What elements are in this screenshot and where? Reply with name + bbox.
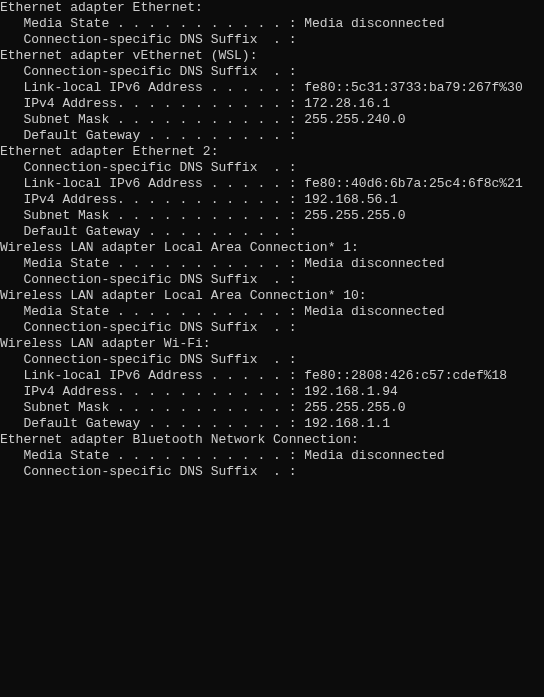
adapter-row: Connection-specific DNS Suffix . : <box>0 272 544 288</box>
adapter-row: Link-local IPv6 Address . . . . . : fe80… <box>0 176 544 192</box>
row-label: Media State . . . . . . . . . . . : <box>0 256 304 271</box>
row-label: Connection-specific DNS Suffix . : <box>0 32 296 47</box>
row-label: IPv4 Address. . . . . . . . . . . : <box>0 384 304 399</box>
adapter-row: Connection-specific DNS Suffix . : <box>0 320 544 336</box>
row-value: 255.255.240.0 <box>304 112 405 127</box>
adapter-header: Wireless LAN adapter Local Area Connecti… <box>0 240 544 256</box>
row-label: IPv4 Address. . . . . . . . . . . : <box>0 192 304 207</box>
row-value: 192.168.56.1 <box>304 192 398 207</box>
adapter-row: Connection-specific DNS Suffix . : <box>0 64 544 80</box>
row-value: 172.28.16.1 <box>304 96 390 111</box>
row-label: Connection-specific DNS Suffix . : <box>0 464 296 479</box>
adapter-row: Subnet Mask . . . . . . . . . . . : 255.… <box>0 208 544 224</box>
row-label: Connection-specific DNS Suffix . : <box>0 272 296 287</box>
adapter-row: Media State . . . . . . . . . . . : Medi… <box>0 16 544 32</box>
adapter-row: Media State . . . . . . . . . . . : Medi… <box>0 256 544 272</box>
adapter-row: Link-local IPv6 Address . . . . . : fe80… <box>0 368 544 384</box>
adapter-header: Ethernet adapter Ethernet 2: <box>0 144 544 160</box>
adapter-row: Connection-specific DNS Suffix . : <box>0 352 544 368</box>
row-label: Link-local IPv6 Address . . . . . : <box>0 176 304 191</box>
default-gateway-value: 192.168.1.1 <box>304 416 390 431</box>
terminal-output: Ethernet adapter Ethernet: Media State .… <box>0 0 544 480</box>
row-value: 255.255.255.0 <box>304 208 405 223</box>
adapter-header: Wireless LAN adapter Local Area Connecti… <box>0 288 544 304</box>
row-value: fe80::2808:426:c57:cdef%18 <box>304 368 507 383</box>
row-label: Subnet Mask . . . . . . . . . . . : <box>0 208 304 223</box>
adapter-row: IPv4 Address. . . . . . . . . . . : 192.… <box>0 192 544 208</box>
row-value: fe80::5c31:3733:ba79:267f%30 <box>304 80 522 95</box>
row-value: fe80::40d6:6b7a:25c4:6f8c%21 <box>304 176 522 191</box>
adapter-header: Wireless LAN adapter Wi-Fi: <box>0 336 544 352</box>
adapter-row: IPv4 Address. . . . . . . . . . . : 172.… <box>0 96 544 112</box>
row-label: Media State . . . . . . . . . . . : <box>0 448 304 463</box>
row-label: Default Gateway . . . . . . . . . : <box>0 224 296 239</box>
row-value: Media disconnected <box>304 256 444 271</box>
adapter-row: Connection-specific DNS Suffix . : <box>0 464 544 480</box>
row-label: Media State . . . . . . . . . . . : <box>0 16 304 31</box>
row-label: Default Gateway . . . . . . . . . : <box>0 128 296 143</box>
row-label: Subnet Mask . . . . . . . . . . . : <box>0 400 304 415</box>
adapter-row: Media State . . . . . . . . . . . : Medi… <box>0 448 544 464</box>
row-value: 255.255.255.0 <box>304 400 405 415</box>
row-label: Connection-specific DNS Suffix . : <box>0 160 296 175</box>
row-label: Connection-specific DNS Suffix . : <box>0 320 296 335</box>
adapter-row: Subnet Mask . . . . . . . . . . . : 255.… <box>0 400 544 416</box>
row-label: Link-local IPv6 Address . . . . . : <box>0 80 304 95</box>
row-label: Subnet Mask . . . . . . . . . . . : <box>0 112 304 127</box>
adapter-row: Connection-specific DNS Suffix . : <box>0 160 544 176</box>
row-value: Media disconnected <box>304 304 444 319</box>
adapter-header: Ethernet adapter Ethernet: <box>0 0 544 16</box>
row-value: 192.168.1.94 <box>304 384 398 399</box>
adapter-row: Media State . . . . . . . . . . . : Medi… <box>0 304 544 320</box>
adapter-row: Link-local IPv6 Address . . . . . : fe80… <box>0 80 544 96</box>
adapter-row: IPv4 Address. . . . . . . . . . . : 192.… <box>0 384 544 400</box>
adapter-row: Default Gateway . . . . . . . . . : 192.… <box>0 416 544 432</box>
row-value: Media disconnected <box>304 448 444 463</box>
row-label: Connection-specific DNS Suffix . : <box>0 352 296 367</box>
adapter-row: Subnet Mask . . . . . . . . . . . : 255.… <box>0 112 544 128</box>
adapter-header: Ethernet adapter vEthernet (WSL): <box>0 48 544 64</box>
row-label: Link-local IPv6 Address . . . . . : <box>0 368 304 383</box>
row-label: Media State . . . . . . . . . . . : <box>0 304 304 319</box>
adapter-row: Default Gateway . . . . . . . . . : <box>0 224 544 240</box>
adapter-row: Connection-specific DNS Suffix . : <box>0 32 544 48</box>
adapter-header: Ethernet adapter Bluetooth Network Conne… <box>0 432 544 448</box>
adapter-row: Default Gateway . . . . . . . . . : <box>0 128 544 144</box>
row-value: Media disconnected <box>304 16 444 31</box>
row-label: IPv4 Address. . . . . . . . . . . : <box>0 96 304 111</box>
row-label: Connection-specific DNS Suffix . : <box>0 64 296 79</box>
row-label: Default Gateway . . . . . . . . . : <box>0 416 304 431</box>
